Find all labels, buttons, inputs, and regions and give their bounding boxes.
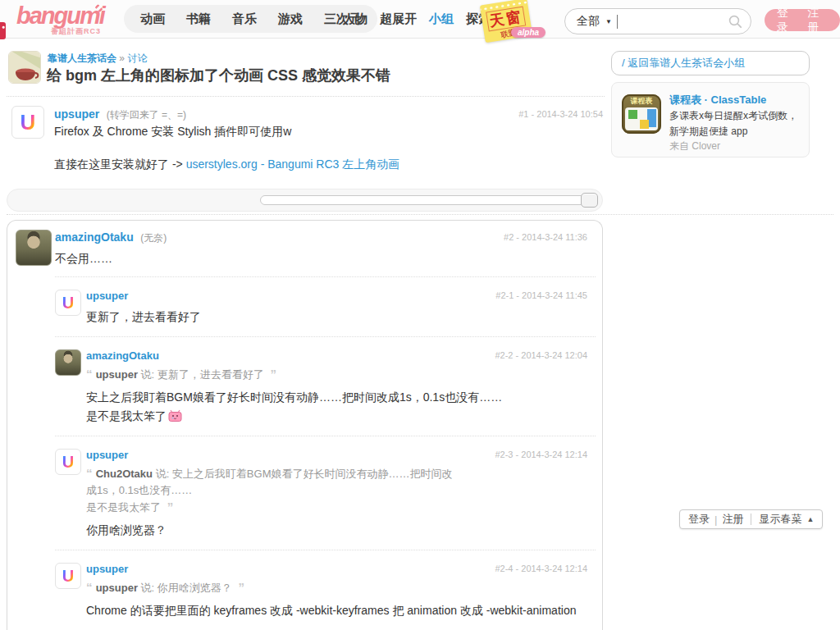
quote-close-icon: ” bbox=[164, 500, 174, 514]
reply-author-link[interactable]: amazingOtaku bbox=[55, 231, 134, 244]
quote-open-icon: “ bbox=[86, 580, 96, 594]
reply-text: 安上之后我盯着BGM娘看了好长时间没有动静……把时间改成1s，0.1s也没有……… bbox=[86, 390, 502, 422]
float-signup-link[interactable]: 注册 bbox=[722, 512, 743, 527]
reply-content: 安上之后我盯着BGM娘看了好长时间没有动静……把时间改成1s，0.1s也没有……… bbox=[86, 388, 589, 426]
show-chii-toggle[interactable]: 显示春菜 bbox=[759, 512, 801, 527]
nav-books[interactable]: 书籍 bbox=[186, 11, 211, 27]
app-icon-label: 课程表 bbox=[622, 96, 661, 107]
search-category-select[interactable]: 全部 bbox=[577, 14, 600, 29]
quote-author: upsuper bbox=[96, 368, 138, 381]
search-icon[interactable] bbox=[728, 15, 742, 29]
user-signature: (无奈) bbox=[140, 232, 167, 244]
auth-buttons: 登录 注册 bbox=[765, 9, 840, 31]
ad-card: 课程表 课程表 · ClassTable 多课表x每日提醒x考试倒数，新学期超便… bbox=[611, 82, 810, 158]
reply-author-link[interactable]: upsuper bbox=[86, 563, 128, 575]
floor-timestamp[interactable]: #2 - 2014-3-24 11:36 bbox=[504, 232, 587, 242]
separator: | bbox=[714, 514, 717, 526]
float-login-link[interactable]: 登录 bbox=[688, 512, 710, 527]
avatar[interactable]: U bbox=[11, 106, 44, 139]
reply-author-link[interactable]: upsuper bbox=[86, 449, 128, 461]
ad-description: 多课表x每日提醒x考试倒数，新学期超便捷 app bbox=[669, 108, 805, 139]
avatar[interactable]: U bbox=[55, 563, 81, 589]
reply-content: 不会用…… bbox=[55, 249, 589, 268]
classtable-app-icon[interactable]: 课程表 bbox=[622, 94, 661, 134]
back-to-group-link[interactable]: / 返回靠谱人生茶话会小组 bbox=[622, 56, 745, 71]
search-input[interactable] bbox=[618, 11, 728, 31]
avatar[interactable] bbox=[55, 349, 81, 376]
post-content: Firefox 及 Chrome 安装 Stylish 插件即可使用w bbox=[54, 125, 291, 139]
reply-item: U upsuper #2-1 - 2014-3-24 11:45 更新了，进去看… bbox=[55, 276, 596, 336]
reply-item: amazingOtaku (无奈) #2 - 2014-3-24 11:36 不… bbox=[7, 221, 602, 276]
signup-button[interactable]: 注册 bbox=[808, 6, 829, 35]
reply-list: amazingOtaku (无奈) #2 - 2014-3-24 11:36 不… bbox=[7, 220, 603, 630]
breadcrumb: 靠谱人生茶话会 » 讨论 bbox=[48, 52, 147, 66]
pager-slider-handle[interactable] bbox=[581, 193, 598, 208]
nav-groups[interactable]: 小组 bbox=[429, 11, 454, 27]
reply-item: U upsuper #2-3 - 2014-3-24 12:14 “ Chu2O… bbox=[55, 436, 596, 550]
bgm-girl-icon bbox=[0, 22, 6, 39]
breadcrumb-group-link[interactable]: 靠谱人生茶话会 bbox=[48, 52, 116, 64]
app-icon-grid bbox=[625, 107, 658, 130]
chevron-down-icon[interactable]: ▼ bbox=[605, 18, 612, 25]
floor-timestamp[interactable]: #2-4 - 2014-3-24 12:14 bbox=[495, 564, 587, 573]
floor-timestamp[interactable]: #2-3 - 2014-3-24 12:14 bbox=[495, 450, 587, 459]
quote-author: upsuper bbox=[96, 582, 138, 594]
userstyles-link[interactable]: userstyles.org - Bangumi RC3 左上角动画 bbox=[186, 158, 400, 171]
original-post: U upsuper (转学回来了 =、=) #1 - 2014-3-24 10:… bbox=[7, 100, 605, 185]
back-to-group-box: / 返回靠谱人生茶话会小组 bbox=[611, 51, 810, 75]
post-text: 直接在这里安装就好了 -> bbox=[54, 158, 186, 171]
quote-author: Chu2Otaku bbox=[96, 468, 153, 480]
secondary-nav: 人物 超展开 小组 探索 bbox=[343, 5, 491, 33]
reply-content: Chrome 的话要把里面的 keyframes 改成 -webkit-keyf… bbox=[86, 601, 589, 620]
quote-open-icon: “ bbox=[86, 367, 96, 381]
avatar[interactable]: U bbox=[55, 290, 81, 316]
floor-timestamp[interactable]: #1 - 2014-3-24 10:54 bbox=[518, 109, 603, 119]
pager-slider-track[interactable] bbox=[260, 195, 598, 205]
login-button[interactable]: 登录 bbox=[777, 6, 797, 35]
reply-content: 你用啥浏览器？ bbox=[86, 521, 589, 540]
site-header: bangumi 番組計画RC3 动画 书籍 音乐 游戏 三次元 人物 超展开 小… bbox=[0, 0, 840, 39]
nav-music[interactable]: 音乐 bbox=[232, 11, 257, 27]
quote-close-icon: ” bbox=[235, 580, 244, 594]
quote-block: “ upsuper 说: 更新了，进去看看好了 ” bbox=[86, 366, 459, 383]
breadcrumb-section-link[interactable]: 讨论 bbox=[127, 52, 147, 64]
triangle-up-icon[interactable]: ▲ bbox=[806, 515, 814, 523]
reply-item: U upsuper #2-4 - 2014-3-24 12:14 “ upsup… bbox=[55, 550, 596, 630]
user-signature: (转学回来了 =、=) bbox=[107, 109, 186, 121]
quote-block: “ upsuper 说: 你用啥浏览器？ ” bbox=[86, 579, 459, 596]
group-icon[interactable] bbox=[8, 51, 41, 84]
ad-source: 来自 Clover bbox=[669, 139, 720, 153]
quote-close-icon: ” bbox=[267, 367, 276, 381]
reply-item: amazingOtaku #2-2 - 2014-3-24 12:04 “ up… bbox=[55, 336, 596, 436]
reply-author-link[interactable]: amazingOtaku bbox=[86, 349, 159, 362]
quote-block: “ Chu2Otaku 说: 安上之后我盯着BGM娘看了好长时间没有动静……把时… bbox=[86, 465, 459, 516]
separator bbox=[751, 514, 751, 525]
ad-title-link[interactable]: 课程表 · ClassTable bbox=[669, 93, 766, 107]
floor-timestamp[interactable]: #2-1 - 2014-3-24 11:45 bbox=[495, 290, 587, 300]
reply-author-link[interactable]: upsuper bbox=[86, 290, 128, 302]
breadcrumb-separator: » bbox=[119, 52, 125, 64]
quote-text: 说: 你用啥浏览器？ bbox=[138, 582, 235, 594]
avatar[interactable] bbox=[16, 230, 52, 266]
nav-characters[interactable]: 人物 bbox=[343, 11, 368, 27]
quote-open-icon: “ bbox=[86, 466, 96, 480]
post-author-link[interactable]: upsuper bbox=[54, 107, 99, 121]
nav-games[interactable]: 游戏 bbox=[278, 11, 303, 27]
nav-anime[interactable]: 动画 bbox=[140, 11, 165, 27]
floating-toolbar: 登录 | 注册 显示春菜 ▲ bbox=[679, 509, 823, 529]
logo-subtitle: 番組計画RC3 bbox=[51, 26, 101, 37]
page-title: 给 bgm 左上角的图标加了个动画 CSS 感觉效果不错 bbox=[47, 66, 390, 85]
primary-nav: 动画 书籍 音乐 游戏 三次元 bbox=[124, 5, 377, 33]
floor-timestamp[interactable]: #2-2 - 2014-3-24 12:04 bbox=[495, 350, 587, 360]
quote-text: 说: 更新了，进去看看好了 bbox=[138, 368, 267, 381]
nav-rakuen[interactable]: 超展开 bbox=[380, 11, 417, 27]
divider bbox=[7, 214, 833, 215]
alpha-badge: alpha bbox=[511, 27, 546, 38]
reply-content: 更新了，进去看看好了 bbox=[86, 308, 589, 326]
search-bar: 全部 ▼ bbox=[564, 8, 751, 34]
bgm-tv-emoji-icon bbox=[168, 409, 182, 422]
topic-pager-bar bbox=[7, 189, 603, 212]
post-content: 直接在这里安装就好了 -> userstyles.org - Bangumi R… bbox=[54, 158, 399, 172]
divider bbox=[7, 96, 605, 97]
avatar[interactable]: U bbox=[55, 449, 81, 475]
